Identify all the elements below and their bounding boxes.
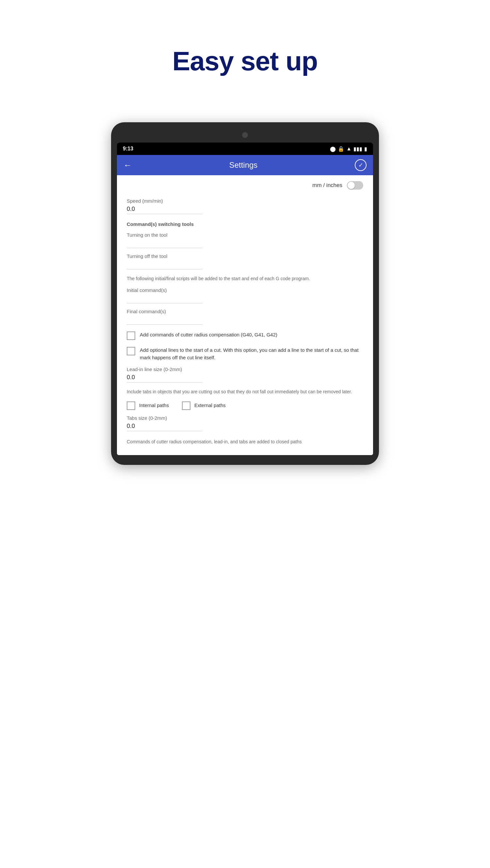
tabs-info: Include tabs in objects that you are cut…: [127, 389, 363, 395]
settings-content: mm / inches Speed (mm/min) Command(s) sw…: [117, 175, 373, 455]
tabs-size-field-row: Tabs size (0-2mm): [127, 415, 363, 431]
mm-inches-toggle[interactable]: [347, 181, 363, 190]
battery-icon: ▮: [364, 146, 367, 152]
signal-icon: ▲: [346, 146, 352, 152]
page-title: Easy set up: [172, 46, 318, 76]
status-bar: 9:13 ⬤ 🔒 ▲ ▮▮▮ ▮: [117, 143, 373, 155]
cutter-radius-checkbox-row: Add commands of cutter radius compensati…: [127, 331, 363, 340]
initial-final-info: The following initial/final scripts will…: [127, 275, 363, 282]
turning-on-input[interactable]: [127, 238, 202, 248]
app-bar-title: Settings: [229, 160, 258, 170]
final-commands-label: Final command(s): [127, 309, 363, 314]
toggle-row: mm / inches: [127, 175, 363, 193]
external-paths-item[interactable]: External paths: [182, 401, 226, 410]
tabs-size-label: Tabs size (0-2mm): [127, 415, 363, 421]
final-commands-input[interactable]: [127, 315, 202, 324]
bottom-info: Commands of cutter radius compensation, …: [127, 438, 363, 445]
lead-in-input[interactable]: [127, 373, 202, 382]
external-paths-checkbox[interactable]: [182, 401, 191, 410]
wifi-icon: ⬤: [330, 146, 336, 152]
initial-commands-label: Initial command(s): [127, 287, 363, 293]
tabs-size-input[interactable]: [127, 422, 202, 431]
final-commands-field-row: Final command(s): [127, 309, 363, 324]
optional-lines-label: Add optional lines to the start of a cut…: [140, 346, 363, 361]
switching-tools-header: Command(s) switching tools: [127, 221, 363, 227]
lead-in-field-row: Lead-in line size (0-2mm): [127, 367, 363, 382]
tablet-frame: 9:13 ⬤ 🔒 ▲ ▮▮▮ ▮ ← Settings ✓ mm / inche…: [111, 122, 379, 465]
turning-off-field-row: Turning off the tool: [127, 253, 363, 269]
turning-on-label: Turning on the tool: [127, 232, 363, 238]
speed-label: Speed (mm/min): [127, 198, 363, 204]
speed-input[interactable]: [127, 204, 202, 214]
turning-on-field-row: Turning on the tool: [127, 232, 363, 248]
back-button[interactable]: ←: [124, 160, 132, 170]
internal-paths-checkbox[interactable]: [127, 401, 135, 410]
cutter-radius-label: Add commands of cutter radius compensati…: [140, 331, 277, 339]
internal-paths-item[interactable]: Internal paths: [127, 401, 169, 410]
lead-in-label: Lead-in line size (0-2mm): [127, 367, 363, 372]
external-paths-label: External paths: [194, 402, 226, 409]
status-time: 9:13: [123, 146, 133, 152]
turning-off-input[interactable]: [127, 259, 202, 269]
tablet-camera: [242, 132, 248, 138]
cutter-radius-checkbox[interactable]: [127, 332, 135, 340]
confirm-button[interactable]: ✓: [355, 159, 366, 171]
signal-bars-icon: ▮▮▮: [354, 146, 362, 152]
turning-off-label: Turning off the tool: [127, 253, 363, 259]
lock-icon: 🔒: [338, 146, 344, 152]
optional-lines-checkbox[interactable]: [127, 347, 135, 355]
internal-paths-label: Internal paths: [139, 402, 169, 409]
app-bar: ← Settings ✓: [117, 155, 373, 175]
initial-commands-field-row: Initial command(s): [127, 287, 363, 303]
initial-commands-input[interactable]: [127, 293, 202, 303]
optional-lines-checkbox-row: Add optional lines to the start of a cut…: [127, 346, 363, 361]
tablet-screen: 9:13 ⬤ 🔒 ▲ ▮▮▮ ▮ ← Settings ✓ mm / inche…: [117, 143, 373, 455]
status-icons: ⬤ 🔒 ▲ ▮▮▮ ▮: [330, 146, 367, 152]
toggle-label: mm / inches: [312, 182, 342, 189]
paths-checkbox-group: Internal paths External paths: [127, 401, 363, 410]
speed-field-row: Speed (mm/min): [127, 198, 363, 214]
